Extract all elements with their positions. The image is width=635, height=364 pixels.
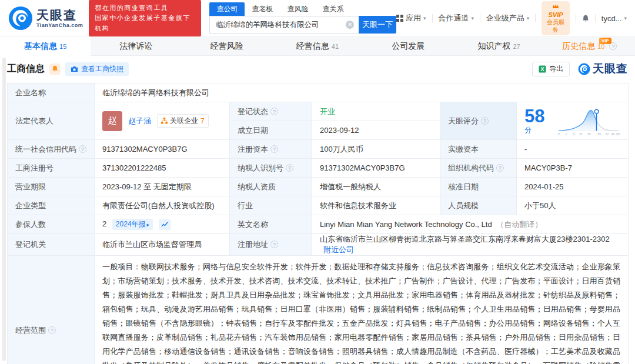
search-button[interactable]: 天眼一下 — [359, 16, 396, 34]
tab-basic-info[interactable]: 基本信息 15 — [0, 37, 91, 56]
table-row: 经营范围? 一般项目：物联网技术服务；网络与信息安全软件开发；软件开发；数据处理… — [8, 256, 629, 364]
chevron-down-icon: ▾ — [624, 15, 627, 21]
annual-report-badge[interactable]: 2024年报▸ — [112, 219, 153, 230]
search-tab-company[interactable]: 查公司 — [209, 2, 245, 16]
registered-capital-value: 100万人民币 — [312, 140, 440, 159]
search-tab-risk[interactable]: 查风险 — [280, 2, 315, 16]
business-term-value: 2023-09-12 至 无固定期限 — [95, 178, 230, 196]
tab-company-development[interactable]: 公司发展 — [363, 37, 453, 55]
company-type-value: 有限责任公司(自然人投资或控股) — [95, 196, 230, 215]
table-row: 企业类型 有限责任公司(自然人投资或控股) 行业 软件和信息技术服务业 人员规模… — [8, 196, 629, 215]
promo-line2: 国家中小企业发展子基金旗下机构 — [95, 13, 195, 33]
brand-logo-icon — [578, 63, 590, 75]
svg-text:50: 50 — [587, 133, 591, 136]
help-icon[interactable]: ? — [48, 326, 56, 334]
help-icon[interactable]: ? — [481, 117, 489, 125]
tab-intellectual-property[interactable]: 知识产权 27 — [453, 37, 544, 55]
tab-count: 27 — [513, 43, 520, 50]
tab-label: 经营信息 — [296, 41, 329, 52]
monitor-bell-chip[interactable] — [49, 64, 61, 75]
search-tab-boss[interactable]: 查老板 — [245, 2, 280, 16]
nav-cooperation[interactable]: 合作通道 ▾ — [438, 13, 474, 24]
nav-enterprise-products[interactable]: 企业级产品 ▾ — [486, 13, 530, 24]
field-label: 组织机构代码? — [440, 159, 517, 178]
notice-bell-icon — [52, 65, 58, 72]
field-label: 人员规模 — [440, 196, 517, 215]
table-row: 登记机关 临沂市兰山区市场监督管理局 注册地址? 山东省临沂市兰山区柳青街道北京… — [8, 234, 629, 256]
tab-operation-risk[interactable]: 经营风险 — [182, 37, 272, 55]
help-icon[interactable]: ? — [270, 108, 278, 115]
tianyancha-logo-icon — [8, 6, 33, 31]
tianyan-score[interactable]: 58分 0 1 3 15 50 85 9 — [524, 105, 620, 137]
score-distribution-chart: 0 1 3 15 50 85 97 99 100 — [557, 105, 620, 137]
username: tycd... — [601, 14, 622, 23]
export-button-label: 导出 — [549, 64, 563, 74]
registration-status-value: 开业 — [320, 107, 335, 116]
search-input[interactable] — [209, 16, 359, 34]
nearby-companies-link[interactable]: 附近公司 — [323, 245, 354, 254]
field-label: 英文名称 — [230, 215, 312, 234]
search-tab-relation[interactable]: 查关系 — [315, 2, 350, 16]
user-menu[interactable]: tycd... ▾ — [601, 14, 627, 23]
nav-apps[interactable]: 应用 ▾ — [396, 13, 426, 24]
svg-text:99: 99 — [611, 133, 615, 136]
registered-address-value: 山东省临沂市兰山区柳青街道北京路与算圣路交汇东南浮来春财富大厦23楼2301-2… — [320, 235, 610, 243]
svg-text:85: 85 — [597, 133, 601, 136]
legal-rep-name-link[interactable]: 赵子涵 — [128, 116, 151, 126]
company-name-value: 临沂绵绵的羊网络科技有限公司 — [95, 84, 629, 102]
section-header: 工商信息 查看工商快照 导出 天眼查 — [7, 58, 628, 80]
svg-text:100: 100 — [616, 133, 620, 136]
divider — [576, 14, 576, 22]
related-label: 关联企业 — [170, 116, 198, 126]
tab-label: 经营风险 — [210, 41, 243, 52]
help-icon[interactable]: ? — [270, 241, 278, 248]
tab-label: 知识产权 — [477, 41, 510, 52]
brand-name: 天眼查 — [593, 61, 628, 76]
field-label: 统一社会信用代码? — [8, 140, 95, 159]
export-button[interactable]: 导出 — [532, 62, 570, 76]
svip-member-badge[interactable]: SVIP 会员服务 — [542, 1, 570, 36]
help-icon[interactable]: ? — [79, 145, 86, 153]
svg-text:0: 0 — [558, 133, 560, 136]
trend-chart-icon[interactable] — [159, 219, 171, 230]
divider — [535, 14, 536, 22]
field-label: 参保人数 — [8, 215, 95, 234]
help-icon[interactable]: ? — [286, 164, 293, 172]
svip-label: SVIP — [549, 11, 563, 18]
field-label: 登记机关 — [8, 234, 95, 256]
divider — [595, 14, 596, 22]
approval-date-value: 2024-01-25 — [517, 178, 629, 196]
field-label: 行业 — [230, 196, 312, 215]
search-tabs: 查公司 查老板 查风险 查关系 — [209, 3, 396, 16]
help-icon[interactable]: ? — [496, 164, 504, 172]
nav-enterprise-label: 企业级产品 — [486, 13, 524, 24]
chevron-down-icon: ▾ — [423, 15, 426, 21]
tab-legal-proceedings[interactable]: 法律诉讼 — [91, 37, 181, 55]
related-company-icon — [161, 118, 168, 124]
section-title: 工商信息 — [7, 63, 45, 75]
registration-number-value: 371302201222485 — [95, 159, 230, 178]
bell-icon[interactable] — [582, 14, 589, 24]
tab-count: 15 — [59, 43, 66, 50]
view-business-snapshot-button[interactable]: 查看工商快照 — [65, 62, 129, 76]
promo-line1: 都在用的商业查询工具 — [95, 3, 195, 13]
detail-tab-bar: 基本信息 15 法律诉讼 经营风险 经营信息 41 公司发展 知识产权 27 V… — [0, 36, 635, 56]
logo-title: 天眼查 — [36, 9, 83, 21]
registry-office-value: 临沂市兰山区市场监督管理局 — [95, 234, 230, 256]
industry-value: 软件和信息技术服务业 — [312, 196, 440, 215]
tianyancha-logo[interactable]: 天眼查 TianYanCha.com — [8, 6, 83, 31]
chevron-down-icon: ▾ — [527, 15, 530, 21]
related-companies-badge[interactable]: 关联企业 7 — [157, 114, 209, 128]
help-icon[interactable]: ? — [270, 145, 278, 153]
promo-banner: 都在用的商业查询工具 国家中小企业发展子基金旗下机构 — [89, 0, 201, 36]
clear-search-icon[interactable]: ✕ — [346, 21, 354, 29]
tab-operation-info[interactable]: 经营信息 41 — [272, 37, 363, 55]
staff-size-value: 小于50人 — [517, 196, 629, 215]
field-label: 企业名称 — [8, 84, 95, 102]
field-label: 实缴资本 — [440, 140, 517, 159]
tab-history-info[interactable]: VIP 历史信息 10 ? — [544, 37, 635, 55]
field-label: 法定代表人 — [8, 102, 95, 140]
tab-label: 历史信息 — [562, 41, 595, 52]
legal-rep-avatar[interactable]: 赵 — [102, 111, 122, 131]
vip-badge: VIP — [599, 38, 611, 44]
